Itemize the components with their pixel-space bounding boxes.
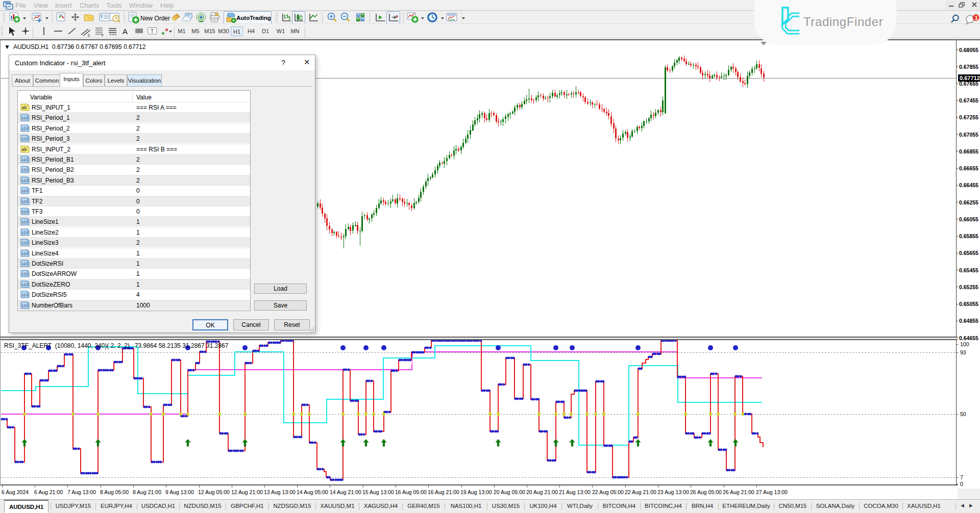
svg-text:123: 123: [21, 168, 29, 172]
svg-text:123: 123: [21, 126, 29, 131]
svg-text:123: 123: [21, 283, 29, 287]
svg-text:123: 123: [21, 241, 29, 245]
svg-text:A: A: [122, 27, 128, 36]
svg-text:123: 123: [21, 137, 29, 141]
svg-text:123: 123: [21, 199, 29, 204]
svg-text:123: 123: [21, 230, 29, 235]
svg-text:F: F: [102, 34, 104, 37]
svg-text:123: 123: [21, 262, 29, 266]
svg-text:123: 123: [21, 178, 29, 183]
svg-text:123: 123: [21, 272, 29, 276]
svg-text:T: T: [151, 29, 154, 34]
svg-text:123: 123: [21, 158, 29, 162]
svg-text:123: 123: [21, 293, 29, 297]
svg-text:ab: ab: [22, 105, 27, 110]
svg-text:123: 123: [21, 220, 29, 224]
svg-text:123: 123: [21, 189, 29, 193]
svg-text:ab: ab: [22, 147, 27, 152]
svg-text:123: 123: [21, 303, 29, 308]
svg-text:1: 1: [975, 15, 978, 21]
svg-text:123: 123: [21, 251, 29, 256]
svg-text:E: E: [88, 34, 90, 37]
svg-text:123: 123: [21, 210, 29, 214]
svg-text:123: 123: [21, 116, 29, 120]
